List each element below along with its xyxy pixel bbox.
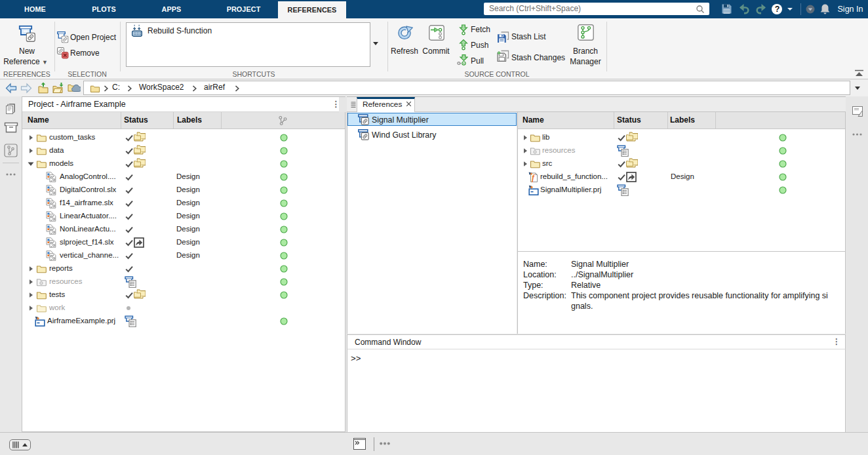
svg-text:?: ?: [775, 5, 780, 14]
